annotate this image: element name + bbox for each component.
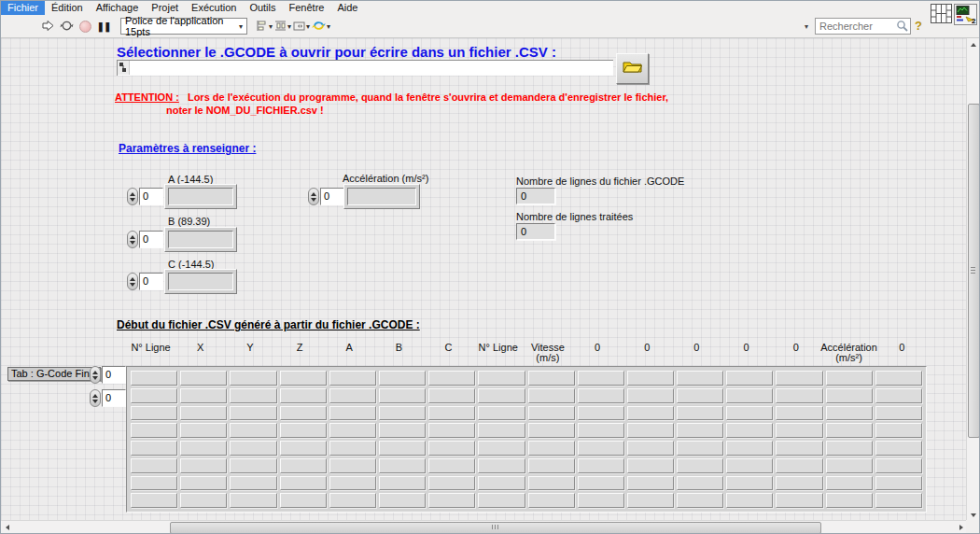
table-cell xyxy=(379,423,426,438)
table-cell xyxy=(776,371,822,386)
table-cell xyxy=(578,458,624,473)
b-display xyxy=(164,227,237,252)
chevron-down-icon: ▾ xyxy=(269,22,273,31)
menu-item-affichage[interactable]: Affichage xyxy=(90,1,146,15)
table-cell xyxy=(776,406,822,421)
table-cell xyxy=(131,441,177,456)
a-value[interactable]: 0 xyxy=(139,188,163,205)
vertical-scrollbar[interactable] xyxy=(966,38,979,522)
table-column-header: 0 xyxy=(771,343,820,363)
table-cell xyxy=(578,441,624,456)
table-cell xyxy=(578,371,624,386)
scroll-up-button[interactable] xyxy=(967,38,980,51)
chevron-down-icon: ▾ xyxy=(287,22,291,31)
search-input[interactable] xyxy=(816,21,896,32)
horizontal-scrollbar-thumb[interactable] xyxy=(170,522,821,534)
table-cell xyxy=(478,493,525,508)
font-selector[interactable]: Police de l'application 15pts ▾ xyxy=(120,18,247,35)
menu-item-fichier[interactable]: Fichier xyxy=(1,1,45,15)
c-control[interactable]: 0 xyxy=(127,273,163,290)
table-cell xyxy=(428,476,475,491)
table-cell xyxy=(528,493,575,508)
abort-button[interactable] xyxy=(77,17,93,35)
table-cell xyxy=(528,388,575,403)
menu-item-aide[interactable]: Aide xyxy=(330,1,364,15)
search-options-caret[interactable]: ▾ xyxy=(805,22,808,31)
run-button[interactable] xyxy=(39,17,56,35)
b-control[interactable]: 0 xyxy=(127,231,163,248)
table-cell xyxy=(826,406,873,421)
table-cell xyxy=(875,388,922,403)
pause-button[interactable]: ❚❚ xyxy=(95,17,112,35)
table-cell xyxy=(329,388,376,403)
table-cell xyxy=(478,458,525,473)
horizontal-scrollbar[interactable] xyxy=(1,520,980,533)
table-column-header: C xyxy=(424,343,473,363)
table-cell xyxy=(180,441,227,456)
table-cell xyxy=(379,371,426,386)
table-cell xyxy=(478,406,525,421)
menu-item-fenetre[interactable]: Fenêtre xyxy=(283,1,331,15)
increment-decrement-icon[interactable] xyxy=(127,231,138,248)
table-column-header: Vitesse (m/s) xyxy=(523,343,572,363)
table-cell xyxy=(230,406,276,421)
align-objects-button[interactable]: ▾ xyxy=(256,17,273,35)
table-cell xyxy=(528,476,575,491)
table-column-header: 0 xyxy=(877,343,927,363)
increment-decrement-icon[interactable] xyxy=(127,273,138,290)
col-index-control[interactable]: 0 xyxy=(90,389,126,407)
search-box[interactable] xyxy=(815,18,911,35)
increment-decrement-icon[interactable] xyxy=(90,389,101,407)
table-cell xyxy=(428,371,475,386)
front-panel: Sélectionner le .GCODE à ouvrir pour écr… xyxy=(1,38,968,522)
b-value[interactable]: 0 xyxy=(139,231,163,248)
scroll-left-button[interactable] xyxy=(1,521,14,534)
run-continuous-button[interactable] xyxy=(58,17,75,35)
csv-table xyxy=(126,366,927,513)
gcode-path-input[interactable] xyxy=(130,61,613,75)
col-index-value[interactable]: 0 xyxy=(102,389,126,407)
page-title: Sélectionner le .GCODE à ouvrir pour écr… xyxy=(117,44,556,60)
table-column-header: Y xyxy=(225,343,274,363)
c-value[interactable]: 0 xyxy=(139,273,163,290)
increment-decrement-icon[interactable] xyxy=(127,188,138,205)
table-section-title: Début du fichier .CSV généré à partir du… xyxy=(117,318,420,331)
gcode-lines-label: Nombre de lignes du fichier .GCODE xyxy=(516,176,684,187)
accel-value[interactable]: 0 xyxy=(320,188,344,205)
table-cell xyxy=(478,476,525,491)
table-cell xyxy=(329,371,376,386)
menu-item-edition[interactable]: Édition xyxy=(45,1,90,15)
increment-decrement-icon[interactable] xyxy=(90,366,101,384)
vertical-scrollbar-thumb[interactable] xyxy=(968,104,980,438)
a-control[interactable]: 0 xyxy=(127,188,163,205)
table-cell xyxy=(677,476,723,491)
table-cell xyxy=(180,371,227,386)
vi-icon[interactable]: 2 xyxy=(954,4,977,29)
increment-decrement-icon[interactable] xyxy=(308,188,319,205)
toolbar: ❚❚ Police de l'application 15pts ▾ ▾ ▾ ▾… xyxy=(1,15,979,38)
table-cell xyxy=(578,388,624,403)
table-cell xyxy=(428,493,475,508)
distribute-objects-button[interactable]: ▾ xyxy=(274,17,291,35)
reorder-icon xyxy=(312,20,326,34)
table-cell xyxy=(230,423,276,438)
table-column-header: 0 xyxy=(572,343,622,363)
reorder-button[interactable]: ▾ xyxy=(312,17,330,35)
abort-icon xyxy=(79,21,91,33)
browse-button[interactable] xyxy=(616,53,649,84)
row-index-value[interactable]: 0 xyxy=(102,366,126,384)
table-cell xyxy=(826,423,873,438)
run-arrow-icon xyxy=(42,20,54,34)
menu-item-outils[interactable]: Outils xyxy=(243,1,282,15)
accel-control[interactable]: 0 xyxy=(308,188,344,205)
row-index-control[interactable]: 0 xyxy=(90,366,126,384)
align-objects-icon xyxy=(256,20,268,34)
resize-objects-button[interactable]: ▾ xyxy=(293,17,310,35)
connector-pane-icon[interactable] xyxy=(931,4,952,27)
menu-item-projet[interactable]: Projet xyxy=(145,1,185,15)
labview-front-panel-window: FichierÉditionAffichageProjetExécutionOu… xyxy=(0,0,980,534)
menu-item-execution[interactable]: Exécution xyxy=(185,1,243,15)
gcode-path-control[interactable] xyxy=(117,60,613,76)
context-help-icon[interactable]: ? xyxy=(915,19,922,33)
table-column-header: 0 xyxy=(672,343,721,363)
